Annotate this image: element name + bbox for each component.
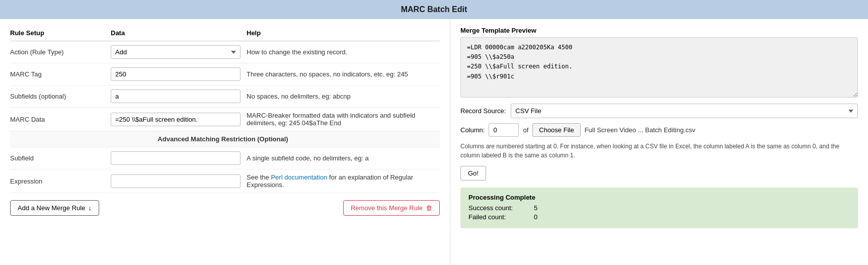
adv-subfield-data-cell bbox=[111, 147, 247, 169]
marc-data-cell bbox=[111, 108, 247, 131]
perl-doc-link[interactable]: Perl documentation bbox=[271, 173, 327, 181]
expression-help: See the Perl documentation for an explan… bbox=[247, 169, 440, 193]
choose-file-button[interactable]: Choose File bbox=[532, 123, 580, 137]
merge-preview-box: =LDR 00000cam a2200205Ka 4500 =905 \\$a2… bbox=[460, 37, 858, 98]
table-row: Expression See the Perl documentation fo… bbox=[10, 169, 440, 193]
page-title: MARC Batch Edit bbox=[401, 5, 467, 14]
table-row: Subfield A single subfield code, no deli… bbox=[10, 147, 440, 169]
column-row: Column: of Choose File Full Screen Video… bbox=[460, 123, 858, 137]
processing-title: Processing Complete bbox=[468, 194, 850, 201]
marc-tag-help: Three characters, no spaces, no indicato… bbox=[247, 63, 440, 85]
success-value: 5 bbox=[534, 204, 537, 212]
col-header-data: Data bbox=[111, 27, 247, 41]
go-button[interactable]: Go! bbox=[460, 166, 486, 181]
advanced-header-row: Advanced Matching Restriction (Optional) bbox=[10, 131, 440, 147]
marc-data-help: MARC-Breaker formatted data with indicat… bbox=[247, 108, 440, 131]
row-label-marc-tag: MARC Tag bbox=[10, 63, 111, 85]
marc-tag-input[interactable] bbox=[111, 67, 241, 81]
row-label-subfields: Subfields (optional) bbox=[10, 85, 111, 108]
adv-subfield-input[interactable] bbox=[111, 151, 241, 165]
subfields-help: No spaces, no delimiters, eg: abcnp bbox=[247, 85, 440, 108]
preview-line-1: =LDR 00000cam a2200205Ka 4500 bbox=[467, 43, 851, 52]
failed-value: 0 bbox=[534, 213, 537, 221]
preview-line-2: =905 \\$a250a bbox=[467, 52, 851, 62]
column-label: Column: bbox=[460, 126, 485, 134]
filename-display: Full Screen Video ... Batch Editing.csv bbox=[585, 126, 695, 134]
page-title-bar: MARC Batch Edit bbox=[0, 0, 868, 19]
add-rule-label: Add a New Merge Rule bbox=[18, 204, 85, 212]
col-header-help: Help bbox=[247, 27, 440, 41]
remove-rule-label: Remove this Merge Rule bbox=[351, 204, 423, 212]
trash-icon: 🗑 bbox=[426, 204, 432, 212]
expression-input[interactable] bbox=[111, 174, 241, 188]
table-row: MARC Tag Three characters, no spaces, no… bbox=[10, 63, 440, 85]
row-label-action: Action (Rule Type) bbox=[10, 41, 111, 63]
row-label-expression: Expression bbox=[10, 169, 111, 193]
marc-tag-data-cell bbox=[111, 63, 247, 85]
failed-label: Failed count: bbox=[468, 213, 534, 221]
add-rule-icon: ↓ bbox=[88, 204, 92, 212]
col-header-rule-setup: Rule Setup bbox=[10, 27, 111, 41]
advanced-section-header: Advanced Matching Restriction (Optional) bbox=[10, 131, 440, 147]
action-data-cell: Add Delete Replace bbox=[111, 41, 247, 63]
columns-info: Columns are numbered starting at 0. For … bbox=[460, 142, 858, 160]
record-source-label: Record Source: bbox=[460, 107, 506, 115]
row-label-marc-data: MARC Data bbox=[10, 108, 111, 131]
action-help: How to change the existing record. bbox=[247, 41, 440, 63]
add-rule-button[interactable]: Add a New Merge Rule ↓ bbox=[10, 200, 99, 216]
adv-subfield-help: A single subfield code, no delimiters, e… bbox=[247, 147, 440, 169]
right-panel: Merge Template Preview =LDR 00000cam a22… bbox=[450, 19, 868, 265]
subfields-input[interactable] bbox=[111, 90, 241, 103]
bottom-actions: Add a New Merge Rule ↓ Remove this Merge… bbox=[10, 200, 440, 216]
marc-data-input[interactable] bbox=[111, 113, 241, 126]
table-row: Subfields (optional) No spaces, no delim… bbox=[10, 85, 440, 108]
rule-table: Rule Setup Data Help Action (Rule Type) … bbox=[10, 27, 440, 193]
success-label: Success count: bbox=[468, 204, 534, 212]
preview-line-3: =250 \\$aFull screen edition. bbox=[467, 62, 851, 71]
preview-line-4: =905 \\$r901c bbox=[467, 72, 851, 81]
remove-rule-button[interactable]: Remove this Merge Rule 🗑 bbox=[343, 200, 440, 216]
subfields-data-cell bbox=[111, 85, 247, 108]
action-select[interactable]: Add Delete Replace bbox=[111, 45, 241, 59]
processing-success-row: Success count: 5 bbox=[468, 204, 850, 212]
column-input[interactable] bbox=[489, 123, 519, 137]
left-panel: Rule Setup Data Help Action (Rule Type) … bbox=[0, 19, 450, 265]
processing-box: Processing Complete Success count: 5 Fai… bbox=[460, 188, 858, 228]
row-label-adv-subfield: Subfield bbox=[10, 147, 111, 169]
expression-data-cell bbox=[111, 169, 247, 193]
processing-failed-row: Failed count: 0 bbox=[468, 213, 850, 221]
of-text: of bbox=[523, 126, 528, 134]
table-row: MARC Data MARC-Breaker formatted data wi… bbox=[10, 108, 440, 131]
record-source-select[interactable]: CSV File MARC File bbox=[511, 104, 858, 118]
record-source-row: Record Source: CSV File MARC File bbox=[460, 104, 858, 118]
merge-preview-label: Merge Template Preview bbox=[460, 27, 858, 34]
table-row: Action (Rule Type) Add Delete Replace Ho… bbox=[10, 41, 440, 63]
